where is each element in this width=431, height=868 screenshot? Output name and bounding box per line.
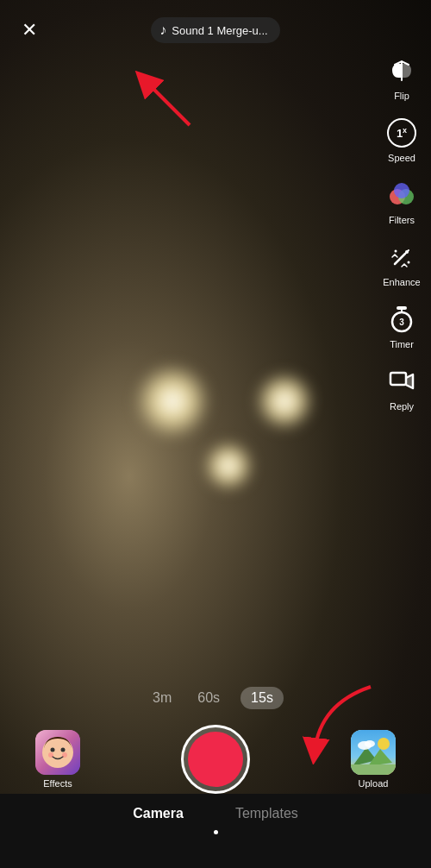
reply-button[interactable]: Reply: [378, 358, 426, 417]
svg-point-16: [51, 748, 55, 752]
nav-indicator: [214, 830, 218, 834]
svg-point-6: [395, 250, 397, 253]
enhance-button[interactable]: Enhance: [378, 234, 426, 292]
duration-row: 3m 60s 15s: [147, 687, 284, 709]
sound-label: Sound 1 Merge-u...: [172, 24, 267, 37]
svg-line-1: [145, 80, 190, 125]
reply-icon-wrap: [384, 363, 420, 399]
flip-label: Flip: [394, 91, 409, 101]
camera-viewfinder: [0, 0, 431, 794]
filters-icon: [388, 183, 415, 207]
music-icon: ♪: [159, 22, 166, 38]
light-blob-2: [254, 371, 315, 431]
svg-point-19: [62, 752, 67, 758]
enhance-label: Enhance: [383, 277, 420, 287]
timer-icon-wrap: 3: [384, 301, 420, 337]
sound-pill[interactable]: ♪ Sound 1 Merge-u...: [151, 17, 279, 43]
flip-icon-wrap: [384, 53, 420, 89]
speed-icon-wrap: 1x: [384, 115, 420, 151]
reply-label: Reply: [390, 401, 414, 412]
flip-icon: [389, 58, 415, 84]
svg-text:3: 3: [399, 318, 404, 327]
effects-icon: [35, 730, 80, 775]
filters-label: Filters: [389, 215, 415, 225]
svg-point-7: [408, 261, 410, 264]
light-blob-1: [134, 362, 211, 440]
reply-icon: [389, 369, 415, 393]
tab-camera[interactable]: Camera: [133, 806, 184, 821]
right-toolbar: Flip 1x Speed Filters: [378, 47, 426, 417]
svg-point-5: [405, 250, 409, 254]
svg-rect-25: [351, 764, 396, 775]
enhance-icon-wrap: [384, 239, 420, 275]
speed-label: Speed: [388, 153, 415, 163]
close-icon: ✕: [22, 21, 37, 40]
svg-point-17: [61, 748, 66, 752]
bottom-nav: Camera Templates: [0, 794, 431, 868]
timer-button[interactable]: 3 Timer: [378, 296, 426, 355]
svg-point-18: [48, 752, 53, 758]
duration-60s[interactable]: 60s: [192, 687, 225, 709]
arrow-annotation-top: [112, 65, 216, 134]
filters-button[interactable]: Filters: [378, 172, 426, 230]
effects-face-svg: [35, 730, 80, 775]
top-bar: ✕ ♪ Sound 1 Merge-u...: [0, 0, 431, 60]
duration-3m[interactable]: 3m: [147, 687, 177, 709]
upload-label: Upload: [359, 778, 389, 789]
flip-button[interactable]: Flip: [378, 47, 426, 106]
tab-templates[interactable]: Templates: [235, 806, 298, 821]
close-button[interactable]: ✕: [14, 15, 45, 46]
timer-label: Timer: [390, 339, 414, 349]
filters-icon-wrap: [384, 177, 420, 213]
timer-icon: 3: [389, 305, 415, 333]
svg-rect-12: [390, 373, 406, 385]
effects-label: Effects: [43, 778, 72, 789]
record-inner: [188, 732, 243, 787]
enhance-icon: [390, 245, 414, 269]
effects-button[interactable]: Effects: [28, 730, 88, 789]
speed-value: 1x: [397, 126, 407, 140]
record-button[interactable]: [181, 725, 250, 794]
arrow-annotation-bottom: [267, 678, 388, 764]
svg-point-4: [394, 183, 409, 198]
speed-button[interactable]: 1x Speed: [378, 110, 426, 168]
nav-tabs: Camera Templates: [133, 806, 298, 821]
light-blob-3: [203, 440, 254, 492]
